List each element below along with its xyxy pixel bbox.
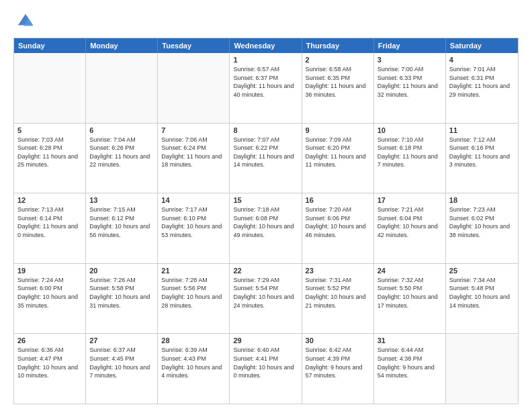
day-number: 27 [89,336,154,345]
header [13,12,519,31]
day-cell-14: 14Sunrise: 7:17 AM Sunset: 6:10 PM Dayli… [158,193,230,263]
day-number: 9 [306,126,370,134]
day-number: 13 [89,196,154,204]
day-number: 18 [449,196,515,204]
day-cell-28: 28Sunrise: 6:39 AM Sunset: 4:43 PM Dayli… [158,334,230,404]
day-number: 6 [89,126,154,134]
week-row-1: 1Sunrise: 6:57 AM Sunset: 6:37 PM Daylig… [14,53,518,123]
day-info: Sunrise: 7:28 AM Sunset: 5:56 PM Dayligh… [161,276,226,310]
day-info: Sunrise: 7:01 AM Sunset: 6:31 PM Dayligh… [449,65,515,99]
day-cell-18: 18Sunrise: 7:23 AM Sunset: 6:02 PM Dayli… [446,193,518,263]
day-cell-3: 3Sunrise: 7:00 AM Sunset: 6:33 PM Daylig… [374,53,446,123]
day-header-friday: Friday [374,38,446,53]
week-row-5: 26Sunrise: 6:36 AM Sunset: 4:47 PM Dayli… [14,333,518,404]
calendar-body: 1Sunrise: 6:57 AM Sunset: 6:37 PM Daylig… [14,53,518,404]
day-info: Sunrise: 7:23 AM Sunset: 6:02 PM Dayligh… [449,205,515,239]
day-cell-15: 15Sunrise: 7:18 AM Sunset: 6:08 PM Dayli… [230,193,302,263]
day-number: 26 [17,336,82,345]
day-cell-26: 26Sunrise: 6:36 AM Sunset: 4:47 PM Dayli… [14,334,86,404]
day-number: 11 [449,126,515,134]
day-info: Sunrise: 7:07 AM Sunset: 6:22 PM Dayligh… [233,136,298,169]
day-info: Sunrise: 7:24 AM Sunset: 6:00 PM Dayligh… [17,276,82,310]
day-cell-23: 23Sunrise: 7:31 AM Sunset: 5:52 PM Dayli… [302,264,374,334]
day-header-thursday: Thursday [302,38,374,53]
day-number: 4 [449,56,515,64]
day-cell-6: 6Sunrise: 7:04 AM Sunset: 6:26 PM Daylig… [86,124,158,193]
day-info: Sunrise: 7:18 AM Sunset: 6:08 PM Dayligh… [233,205,298,239]
day-cell-7: 7Sunrise: 7:06 AM Sunset: 6:24 PM Daylig… [158,124,230,193]
day-number: 14 [161,196,226,204]
day-info: Sunrise: 7:03 AM Sunset: 6:28 PM Dayligh… [17,136,82,169]
day-info: Sunrise: 7:00 AM Sunset: 6:33 PM Dayligh… [378,65,442,99]
day-cell-29: 29Sunrise: 6:40 AM Sunset: 4:41 PM Dayli… [230,334,302,404]
day-number: 31 [378,336,442,345]
empty-cell [86,53,158,123]
week-row-2: 5Sunrise: 7:03 AM Sunset: 6:28 PM Daylig… [14,123,518,193]
day-cell-5: 5Sunrise: 7:03 AM Sunset: 6:28 PM Daylig… [14,124,86,193]
day-number: 25 [449,267,515,275]
day-info: Sunrise: 6:44 AM Sunset: 4:38 PM Dayligh… [378,346,442,379]
day-number: 12 [17,196,82,204]
day-info: Sunrise: 6:42 AM Sunset: 4:39 PM Dayligh… [306,346,370,379]
day-info: Sunrise: 7:04 AM Sunset: 6:26 PM Dayligh… [89,136,154,169]
day-number: 16 [306,196,370,204]
day-info: Sunrise: 7:26 AM Sunset: 5:58 PM Dayligh… [89,276,154,310]
day-info: Sunrise: 6:37 AM Sunset: 4:45 PM Dayligh… [89,346,154,379]
day-number: 30 [306,336,370,345]
day-number: 15 [233,196,298,204]
day-cell-9: 9Sunrise: 7:09 AM Sunset: 6:20 PM Daylig… [302,124,374,193]
empty-cell [158,53,230,123]
day-cell-20: 20Sunrise: 7:26 AM Sunset: 5:58 PM Dayli… [86,264,158,334]
day-info: Sunrise: 6:36 AM Sunset: 4:47 PM Dayligh… [17,346,82,379]
day-header-wednesday: Wednesday [230,38,302,53]
day-cell-24: 24Sunrise: 7:32 AM Sunset: 5:50 PM Dayli… [374,264,446,334]
empty-cell [14,53,86,123]
day-cell-27: 27Sunrise: 6:37 AM Sunset: 4:45 PM Dayli… [86,334,158,404]
day-number: 23 [306,267,370,275]
day-number: 29 [233,336,298,345]
day-info: Sunrise: 6:40 AM Sunset: 4:41 PM Dayligh… [233,346,298,379]
day-number: 2 [306,56,370,64]
day-info: Sunrise: 6:57 AM Sunset: 6:37 PM Dayligh… [233,65,298,99]
empty-cell [446,334,518,404]
week-row-4: 19Sunrise: 7:24 AM Sunset: 6:00 PM Dayli… [14,263,518,334]
day-cell-31: 31Sunrise: 6:44 AM Sunset: 4:38 PM Dayli… [374,334,446,404]
logo-icon [16,12,35,31]
day-cell-17: 17Sunrise: 7:21 AM Sunset: 6:04 PM Dayli… [374,193,446,263]
day-cell-4: 4Sunrise: 7:01 AM Sunset: 6:31 PM Daylig… [446,53,518,123]
day-cell-13: 13Sunrise: 7:15 AM Sunset: 6:12 PM Dayli… [86,193,158,263]
day-info: Sunrise: 7:17 AM Sunset: 6:10 PM Dayligh… [161,205,226,239]
day-info: Sunrise: 7:20 AM Sunset: 6:06 PM Dayligh… [306,205,370,239]
day-info: Sunrise: 7:34 AM Sunset: 5:48 PM Dayligh… [449,276,515,310]
day-cell-21: 21Sunrise: 7:28 AM Sunset: 5:56 PM Dayli… [158,264,230,334]
day-header-monday: Monday [86,38,158,53]
day-info: Sunrise: 7:31 AM Sunset: 5:52 PM Dayligh… [306,276,370,310]
day-cell-12: 12Sunrise: 7:13 AM Sunset: 6:14 PM Dayli… [14,193,86,263]
day-cell-11: 11Sunrise: 7:12 AM Sunset: 6:16 PM Dayli… [446,124,518,193]
logo [13,12,35,31]
day-number: 7 [161,126,226,134]
day-info: Sunrise: 7:12 AM Sunset: 6:16 PM Dayligh… [449,136,515,169]
day-cell-16: 16Sunrise: 7:20 AM Sunset: 6:06 PM Dayli… [302,193,374,263]
day-cell-2: 2Sunrise: 6:58 AM Sunset: 6:35 PM Daylig… [302,53,374,123]
day-cell-1: 1Sunrise: 6:57 AM Sunset: 6:37 PM Daylig… [230,53,302,123]
day-header-tuesday: Tuesday [158,38,230,53]
day-number: 22 [233,267,298,275]
day-info: Sunrise: 7:13 AM Sunset: 6:14 PM Dayligh… [17,205,82,239]
day-number: 3 [378,56,442,64]
day-info: Sunrise: 7:21 AM Sunset: 6:04 PM Dayligh… [378,205,442,239]
day-number: 1 [233,56,298,64]
day-number: 8 [233,126,298,134]
calendar: SundayMondayTuesdayWednesdayThursdayFrid… [13,38,519,404]
calendar-header: SundayMondayTuesdayWednesdayThursdayFrid… [14,38,518,53]
day-number: 17 [378,196,442,204]
week-row-3: 12Sunrise: 7:13 AM Sunset: 6:14 PM Dayli… [14,193,518,263]
day-info: Sunrise: 6:58 AM Sunset: 6:35 PM Dayligh… [306,65,370,99]
day-info: Sunrise: 7:29 AM Sunset: 5:54 PM Dayligh… [233,276,298,310]
day-cell-19: 19Sunrise: 7:24 AM Sunset: 6:00 PM Dayli… [14,264,86,334]
day-info: Sunrise: 7:32 AM Sunset: 5:50 PM Dayligh… [378,276,442,310]
day-number: 28 [161,336,226,345]
day-info: Sunrise: 7:10 AM Sunset: 6:18 PM Dayligh… [378,136,442,169]
day-cell-30: 30Sunrise: 6:42 AM Sunset: 4:39 PM Dayli… [302,334,374,404]
day-number: 20 [89,267,154,275]
